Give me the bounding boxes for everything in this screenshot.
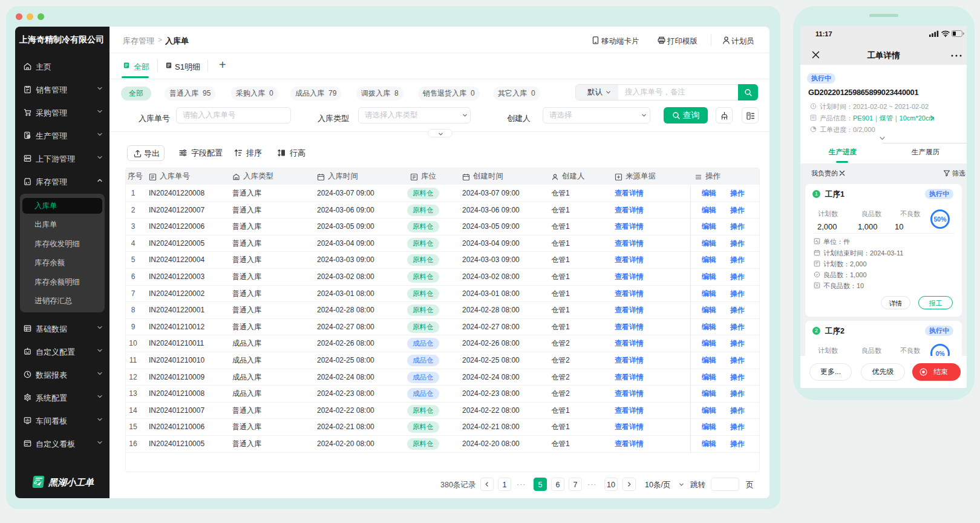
svg-text:50%: 50% [933,215,947,223]
